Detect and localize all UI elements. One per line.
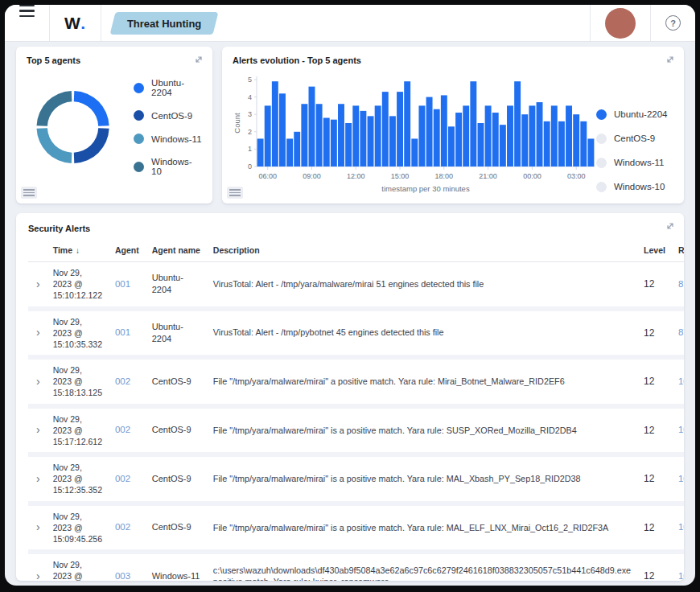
column-header-agent-name[interactable]: Agent name [146, 238, 207, 262]
bar[interactable] [345, 123, 352, 166]
bar[interactable] [580, 121, 587, 166]
bar[interactable] [558, 121, 565, 166]
bar[interactable] [455, 113, 462, 166]
bar[interactable] [544, 121, 550, 166]
bar[interactable] [397, 92, 403, 166]
breadcrumb[interactable]: Threat Hunting [109, 12, 218, 35]
column-header-agent[interactable]: Agent [109, 238, 146, 262]
bar[interactable] [272, 81, 278, 166]
legend-item-Windows-11[interactable]: Windows-11 [134, 134, 202, 144]
table-row[interactable]: ›Nov 29, 2023 @ 15:00:13.325003Windows-1… [28, 552, 684, 581]
donut-segment-Windows-11[interactable] [37, 128, 72, 163]
agent-id-link[interactable]: 001 [115, 327, 130, 337]
bar[interactable] [301, 104, 307, 166]
bar[interactable] [265, 105, 271, 166]
bar[interactable] [448, 126, 455, 166]
bar[interactable] [521, 114, 528, 166]
row-expand-chevron-icon[interactable]: › [28, 262, 47, 309]
legend-toggle-button[interactable] [227, 187, 243, 199]
bar[interactable] [551, 105, 558, 166]
legend-item-CentOS-9[interactable]: CentOS-9 [596, 134, 673, 144]
table-row[interactable]: ›Nov 29, 2023 @ 15:10:12.122001Ubuntu-22… [28, 262, 684, 309]
table-row[interactable]: ›Nov 29, 2023 @ 15:12:35.352002CentOS-9F… [28, 454, 684, 504]
menu-icon[interactable] [5, 5, 49, 41]
table-row[interactable]: ›Nov 29, 2023 @ 15:09:45.256002CentOS-9F… [28, 504, 684, 553]
column-header-time[interactable]: Time↓ [47, 238, 109, 262]
row-expand-chevron-icon[interactable]: › [28, 309, 47, 358]
agent-id-link[interactable]: 002 [115, 425, 130, 434]
bar[interactable] [514, 81, 521, 166]
bar[interactable] [375, 105, 381, 166]
bar[interactable] [537, 102, 543, 166]
donut-segment-Windows-10[interactable] [37, 91, 72, 126]
legend-item-Ubuntu-2204[interactable]: Ubuntu-2204 [596, 109, 673, 120]
table-row[interactable]: ›Nov 29, 2023 @ 15:18:13.125002CentOS-9F… [28, 357, 684, 406]
column-header-rule-id[interactable]: Rule ID [672, 238, 684, 262]
bar[interactable] [478, 123, 484, 166]
bar[interactable] [331, 120, 337, 166]
donut-segment-Ubuntu-2204[interactable] [74, 91, 109, 126]
bar[interactable] [368, 116, 374, 166]
table-row[interactable]: ›Nov 29, 2023 @ 15:10:35.332001Ubuntu-22… [28, 309, 684, 358]
rule-id-link[interactable]: 8710 [678, 279, 684, 289]
rule-id-link[interactable]: 108001 [678, 522, 684, 532]
bar[interactable] [309, 87, 315, 166]
bar[interactable] [434, 109, 440, 166]
bar[interactable] [279, 93, 286, 166]
bar[interactable] [573, 114, 579, 166]
legend-item-Windows-10[interactable]: Windows-10 [596, 182, 673, 192]
agent-id-link[interactable]: 003 [115, 571, 130, 581]
legend-toggle-button[interactable] [21, 187, 37, 199]
bar[interactable] [463, 105, 469, 166]
help-icon[interactable]: ? [665, 15, 681, 31]
bar[interactable] [352, 105, 359, 166]
agent-id-link[interactable]: 002 [115, 376, 130, 386]
bar[interactable] [316, 104, 323, 166]
wazuh-logo[interactable]: W. [50, 5, 101, 41]
expand-icon[interactable] [665, 220, 676, 235]
bar[interactable] [411, 138, 418, 166]
bar[interactable] [566, 105, 572, 166]
agent-id-link[interactable]: 002 [115, 522, 130, 532]
donut-chart[interactable] [27, 79, 119, 175]
column-header-level[interactable]: Level [637, 238, 672, 262]
bar[interactable] [500, 125, 506, 166]
bar[interactable] [404, 81, 410, 166]
row-expand-chevron-icon[interactable]: › [28, 357, 47, 406]
rule-id-link[interactable]: 8710 [678, 327, 684, 337]
row-expand-chevron-icon[interactable]: › [28, 406, 47, 455]
legend-item-Ubuntu-2204[interactable]: Ubuntu-2204 [134, 78, 202, 97]
expand-icon[interactable] [665, 54, 676, 68]
rule-id-link[interactable]: 108001 [678, 474, 684, 483]
bar-chart[interactable]: 01234506:0009:0012:0015:0018:0021:0000:0… [233, 68, 596, 195]
user-avatar[interactable] [605, 8, 636, 39]
bar[interactable] [507, 105, 513, 166]
column-header-description[interactable]: Description [207, 238, 637, 262]
table-row[interactable]: ›Nov 29, 2023 @ 15:17:12.612002CentOS-9F… [28, 406, 684, 455]
bar[interactable] [529, 105, 535, 166]
rule-id-link[interactable]: 100028 [678, 571, 684, 581]
legend-item-Windows-10[interactable]: Windows-10 [134, 157, 202, 176]
rule-id-link[interactable]: 108001 [678, 376, 684, 386]
row-expand-chevron-icon[interactable]: › [28, 552, 47, 581]
bar[interactable] [389, 116, 396, 166]
agent-id-link[interactable]: 002 [115, 474, 130, 483]
bar[interactable] [426, 97, 433, 166]
bar[interactable] [418, 105, 425, 166]
agent-id-link[interactable]: 001 [115, 279, 130, 289]
legend-item-CentOS-9[interactable]: CentOS-9 [134, 110, 202, 121]
bar[interactable] [294, 132, 300, 166]
row-expand-chevron-icon[interactable]: › [28, 454, 47, 504]
bar[interactable] [492, 113, 499, 166]
row-expand-chevron-icon[interactable]: › [28, 504, 47, 553]
rule-id-link[interactable]: 108001 [678, 425, 684, 434]
bar[interactable] [441, 95, 447, 166]
donut-segment-CentOS-9[interactable] [74, 128, 109, 163]
bar[interactable] [338, 104, 344, 166]
bar[interactable] [470, 81, 476, 166]
expand-icon[interactable] [193, 54, 204, 68]
bar[interactable] [485, 105, 492, 166]
bar[interactable] [323, 118, 330, 166]
bar[interactable] [286, 138, 293, 166]
bar[interactable] [360, 111, 366, 166]
